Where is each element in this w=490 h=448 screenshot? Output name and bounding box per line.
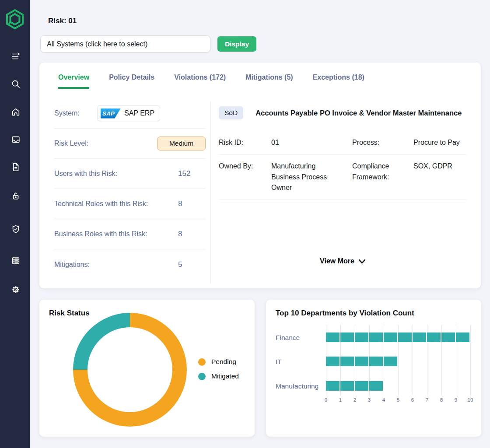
- x-tick-label: 0: [321, 397, 331, 402]
- field-system: System: SAP SAP ERP: [54, 98, 206, 129]
- app-root: Risk: 01 All Systems (click here to sele…: [0, 0, 490, 448]
- tab-mitigations[interactable]: Mitigations (5): [245, 74, 293, 89]
- risk-id-value: 01: [271, 131, 352, 154]
- risk-status-legend: Pending Mitigated: [198, 358, 239, 387]
- category-label-manufacturing: Manufacturing: [276, 382, 325, 390]
- inbox-icon[interactable]: [11, 135, 21, 144]
- owned-by-value: Manufacturing Business Process Owner: [271, 155, 341, 200]
- field-business-roles: Business Roles with this Risk: 8: [54, 219, 206, 249]
- search-icon[interactable]: [11, 79, 21, 89]
- mitigated-color-dot: [198, 373, 206, 380]
- field-system-label: System:: [54, 109, 80, 117]
- tab-overview[interactable]: Overview: [58, 74, 89, 89]
- legend-item-mitigated: Mitigated: [198, 372, 239, 380]
- document-icon[interactable]: [11, 162, 21, 172]
- process-label: Process:: [352, 131, 413, 154]
- risk-status-donut-chart: [73, 313, 187, 427]
- bar-finance: [326, 332, 470, 342]
- x-tick-label: 5: [393, 397, 403, 402]
- field-risk-level-label: Risk Level:: [54, 140, 88, 147]
- menu-icon[interactable]: [11, 52, 21, 61]
- system-selector[interactable]: All Systems (click here to select): [40, 35, 210, 52]
- field-risk-level: Risk Level: Medium: [54, 129, 206, 159]
- compliance-framework-label: Compliance Framework:: [352, 155, 405, 200]
- row-divider: [219, 200, 467, 200]
- x-tick-label: 3: [364, 397, 374, 402]
- field-users-with-risk: Users with this Risk: 152: [54, 159, 206, 189]
- sap-logo-icon: SAP: [101, 108, 121, 119]
- system-selector-value: All Systems (click here to select): [47, 40, 147, 48]
- lock-open-icon[interactable]: [11, 191, 21, 201]
- system-chip: SAP SAP ERP: [97, 105, 160, 121]
- tab-policy-details[interactable]: Policy Details: [109, 74, 154, 89]
- risk-summary-fields: System: SAP SAP ERP Risk Level: Medium U…: [54, 98, 206, 280]
- risk-overview-card: Overview Policy Details Violations (172)…: [39, 63, 481, 288]
- brand-logo-icon: [6, 9, 24, 29]
- tab-violations[interactable]: Violations (172): [174, 74, 226, 89]
- risk-detail-grid: Risk ID: 01 Process: Procure to Pay Owne…: [219, 131, 467, 200]
- category-label-it: IT: [276, 358, 325, 366]
- risk-id-label: Risk ID:: [219, 131, 271, 154]
- x-tick-label: 7: [422, 397, 432, 402]
- sidebar: [0, 0, 30, 448]
- owned-by-label: Owned By:: [219, 155, 271, 200]
- departments-chart-title: Top 10 Departments by Violation Count: [276, 309, 414, 318]
- list-icon[interactable]: [11, 256, 21, 266]
- mitigated-label: Mitigated: [211, 372, 239, 380]
- x-tick-label: 9: [451, 397, 461, 402]
- panel-divider: [210, 102, 211, 283]
- process-value: Procure to Pay: [413, 131, 467, 154]
- field-users-label: Users with this Risk:: [54, 170, 117, 178]
- risk-level-badge: Medium: [157, 136, 206, 150]
- tab-bar: Overview Policy Details Violations (172)…: [39, 63, 481, 89]
- chevron-down-icon: [358, 259, 366, 264]
- x-tick-label: 2: [350, 397, 360, 402]
- departments-violations-card: Top 10 Departments by Violation Count Fi…: [266, 300, 481, 437]
- page-title: Risk: 01: [48, 17, 77, 25]
- view-more-label: View More: [320, 257, 354, 265]
- risk-status-card: Risk Status Pending Mitigated: [39, 300, 255, 437]
- home-icon[interactable]: [11, 107, 21, 117]
- risk-title: Accounts Payable PO Invoice & Vendor Mas…: [256, 109, 462, 117]
- compliance-framework-value: SOX, GDPR: [413, 155, 467, 200]
- x-tick-label: 6: [407, 397, 418, 402]
- bar-it: [326, 357, 398, 366]
- field-mitigations-value: 5: [178, 260, 182, 269]
- field-technical-roles-label: Technical Roles with this Risk:: [54, 200, 148, 208]
- category-label-finance: Finance: [276, 334, 325, 342]
- field-technical-roles: Technical Roles with this Risk: 8: [54, 189, 206, 219]
- sod-badge: SoD: [219, 106, 243, 119]
- x-tick-label: 4: [378, 397, 389, 402]
- settings-gear-icon[interactable]: [11, 285, 21, 294]
- field-technical-roles-value: 8: [178, 200, 182, 208]
- field-users-value: 152: [178, 169, 190, 178]
- x-tick-label: 1: [335, 397, 346, 402]
- pending-color-dot: [198, 358, 206, 366]
- risk-detail-panel: SoD Accounts Payable PO Invoice & Vendor…: [219, 89, 467, 200]
- bar-manufacturing: [326, 381, 384, 391]
- tab-exceptions[interactable]: Exceptions (18): [313, 74, 364, 89]
- field-business-roles-label: Business Roles with this Risk:: [54, 230, 147, 238]
- field-mitigations: Mitigations: 5: [54, 249, 206, 280]
- view-more-button[interactable]: View More: [219, 257, 467, 265]
- x-tick-label: 10: [465, 397, 476, 402]
- x-tick-label: 8: [436, 397, 447, 402]
- bar-chart-plot-area: 012345678910: [326, 325, 470, 393]
- field-mitigations-label: Mitigations:: [54, 261, 90, 269]
- shield-check-icon[interactable]: [11, 224, 21, 234]
- field-business-roles-value: 8: [178, 230, 182, 238]
- pending-label: Pending: [211, 358, 236, 366]
- system-chip-label: SAP ERP: [124, 109, 154, 117]
- legend-item-pending: Pending: [198, 358, 239, 366]
- gridline: [470, 325, 471, 395]
- display-button[interactable]: Display: [217, 36, 256, 52]
